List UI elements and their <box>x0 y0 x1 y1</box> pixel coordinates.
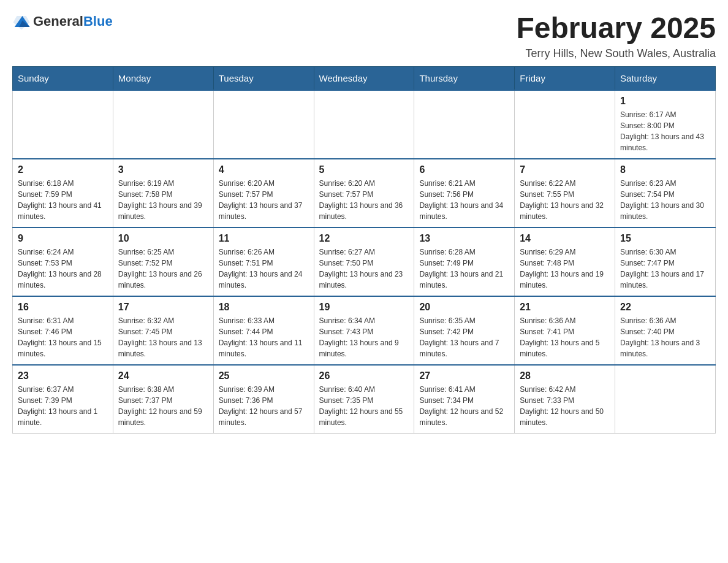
page-header: GeneralBlue February 2025 Terry Hills, N… <box>12 12 716 60</box>
table-row: 20Sunrise: 6:35 AMSunset: 7:42 PMDayligh… <box>414 296 515 365</box>
day-number: 23 <box>18 370 108 381</box>
table-row: 15Sunrise: 6:30 AMSunset: 7:47 PMDayligh… <box>615 228 716 296</box>
calendar-week-3: 9Sunrise: 6:24 AMSunset: 7:53 PMDaylight… <box>13 228 716 296</box>
table-row: 4Sunrise: 6:20 AMSunset: 7:57 PMDaylight… <box>213 159 314 228</box>
day-number: 3 <box>118 164 208 175</box>
calendar-table: Sunday Monday Tuesday Wednesday Thursday… <box>12 66 716 434</box>
col-sunday: Sunday <box>13 66 113 90</box>
day-info: Sunrise: 6:29 AMSunset: 7:48 PMDaylight:… <box>520 247 610 291</box>
day-info: Sunrise: 6:40 AMSunset: 7:35 PMDaylight:… <box>319 384 409 428</box>
table-row: 9Sunrise: 6:24 AMSunset: 7:53 PMDaylight… <box>13 228 113 296</box>
day-info: Sunrise: 6:23 AMSunset: 7:54 PMDaylight:… <box>620 178 710 222</box>
day-info: Sunrise: 6:36 AMSunset: 7:41 PMDaylight:… <box>520 315 610 359</box>
day-info: Sunrise: 6:25 AMSunset: 7:52 PMDaylight:… <box>118 247 208 291</box>
day-info: Sunrise: 6:22 AMSunset: 7:55 PMDaylight:… <box>520 178 610 222</box>
day-number: 21 <box>520 302 610 313</box>
logo: GeneralBlue <box>12 12 113 31</box>
table-row <box>213 90 314 159</box>
day-info: Sunrise: 6:34 AMSunset: 7:43 PMDaylight:… <box>319 315 409 359</box>
table-row: 7Sunrise: 6:22 AMSunset: 7:55 PMDaylight… <box>515 159 615 228</box>
day-number: 14 <box>520 233 610 244</box>
col-wednesday: Wednesday <box>314 66 414 90</box>
day-info: Sunrise: 6:32 AMSunset: 7:45 PMDaylight:… <box>118 315 208 359</box>
location-text: Terry Hills, New South Wales, Australia <box>516 47 716 60</box>
day-info: Sunrise: 6:26 AMSunset: 7:51 PMDaylight:… <box>219 247 309 291</box>
day-info: Sunrise: 6:37 AMSunset: 7:39 PMDaylight:… <box>18 384 108 428</box>
table-row: 25Sunrise: 6:39 AMSunset: 7:36 PMDayligh… <box>213 365 314 434</box>
col-saturday: Saturday <box>615 66 716 90</box>
calendar-week-4: 16Sunrise: 6:31 AMSunset: 7:46 PMDayligh… <box>13 296 716 365</box>
table-row: 11Sunrise: 6:26 AMSunset: 7:51 PMDayligh… <box>213 228 314 296</box>
calendar-week-1: 1Sunrise: 6:17 AMSunset: 8:00 PMDaylight… <box>13 90 716 159</box>
table-row: 22Sunrise: 6:36 AMSunset: 7:40 PMDayligh… <box>615 296 716 365</box>
day-info: Sunrise: 6:39 AMSunset: 7:36 PMDaylight:… <box>219 384 309 428</box>
day-info: Sunrise: 6:28 AMSunset: 7:49 PMDaylight:… <box>419 247 509 291</box>
day-number: 6 <box>419 164 509 175</box>
logo-blue: Blue <box>83 13 113 29</box>
table-row <box>615 365 716 434</box>
table-row: 18Sunrise: 6:33 AMSunset: 7:44 PMDayligh… <box>213 296 314 365</box>
table-row: 8Sunrise: 6:23 AMSunset: 7:54 PMDaylight… <box>615 159 716 228</box>
table-row <box>515 90 615 159</box>
day-number: 13 <box>419 233 509 244</box>
table-row: 3Sunrise: 6:19 AMSunset: 7:58 PMDaylight… <box>113 159 213 228</box>
day-info: Sunrise: 6:19 AMSunset: 7:58 PMDaylight:… <box>118 178 208 222</box>
table-row: 5Sunrise: 6:20 AMSunset: 7:57 PMDaylight… <box>314 159 414 228</box>
logo-combined: GeneralBlue <box>12 12 113 31</box>
day-info: Sunrise: 6:31 AMSunset: 7:46 PMDaylight:… <box>18 315 108 359</box>
day-info: Sunrise: 6:18 AMSunset: 7:59 PMDaylight:… <box>18 178 108 222</box>
calendar-week-2: 2Sunrise: 6:18 AMSunset: 7:59 PMDaylight… <box>13 159 716 228</box>
day-info: Sunrise: 6:20 AMSunset: 7:57 PMDaylight:… <box>219 178 309 222</box>
table-row <box>13 90 113 159</box>
table-row: 13Sunrise: 6:28 AMSunset: 7:49 PMDayligh… <box>414 228 515 296</box>
day-info: Sunrise: 6:21 AMSunset: 7:56 PMDaylight:… <box>419 178 509 222</box>
day-number: 12 <box>319 233 409 244</box>
table-row: 12Sunrise: 6:27 AMSunset: 7:50 PMDayligh… <box>314 228 414 296</box>
table-row: 21Sunrise: 6:36 AMSunset: 7:41 PMDayligh… <box>515 296 615 365</box>
day-info: Sunrise: 6:42 AMSunset: 7:33 PMDaylight:… <box>520 384 610 428</box>
day-number: 24 <box>118 370 208 381</box>
day-number: 5 <box>319 164 409 175</box>
day-info: Sunrise: 6:27 AMSunset: 7:50 PMDaylight:… <box>319 247 409 291</box>
table-row: 6Sunrise: 6:21 AMSunset: 7:56 PMDaylight… <box>414 159 515 228</box>
table-row: 24Sunrise: 6:38 AMSunset: 7:37 PMDayligh… <box>113 365 213 434</box>
table-row: 16Sunrise: 6:31 AMSunset: 7:46 PMDayligh… <box>13 296 113 365</box>
table-row: 14Sunrise: 6:29 AMSunset: 7:48 PMDayligh… <box>515 228 615 296</box>
table-row: 17Sunrise: 6:32 AMSunset: 7:45 PMDayligh… <box>113 296 213 365</box>
day-info: Sunrise: 6:30 AMSunset: 7:47 PMDaylight:… <box>620 247 710 291</box>
day-info: Sunrise: 6:24 AMSunset: 7:53 PMDaylight:… <box>18 247 108 291</box>
day-number: 9 <box>18 233 108 244</box>
col-tuesday: Tuesday <box>213 66 314 90</box>
day-number: 26 <box>319 370 409 381</box>
day-number: 11 <box>219 233 309 244</box>
day-number: 4 <box>219 164 309 175</box>
day-number: 27 <box>419 370 509 381</box>
day-info: Sunrise: 6:36 AMSunset: 7:40 PMDaylight:… <box>620 315 710 359</box>
day-number: 10 <box>118 233 208 244</box>
day-number: 18 <box>219 302 309 313</box>
col-monday: Monday <box>113 66 213 90</box>
day-info: Sunrise: 6:20 AMSunset: 7:57 PMDaylight:… <box>319 178 409 222</box>
title-section: February 2025 Terry Hills, New South Wal… <box>516 12 716 60</box>
logo-text: GeneralBlue <box>33 13 113 29</box>
table-row <box>314 90 414 159</box>
day-number: 7 <box>520 164 610 175</box>
day-number: 22 <box>620 302 710 313</box>
col-friday: Friday <box>515 66 615 90</box>
day-info: Sunrise: 6:33 AMSunset: 7:44 PMDaylight:… <box>219 315 309 359</box>
day-number: 17 <box>118 302 208 313</box>
calendar-week-5: 23Sunrise: 6:37 AMSunset: 7:39 PMDayligh… <box>13 365 716 434</box>
day-info: Sunrise: 6:41 AMSunset: 7:34 PMDaylight:… <box>419 384 509 428</box>
day-number: 1 <box>620 96 710 107</box>
day-number: 19 <box>319 302 409 313</box>
table-row <box>414 90 515 159</box>
table-row: 26Sunrise: 6:40 AMSunset: 7:35 PMDayligh… <box>314 365 414 434</box>
table-row: 28Sunrise: 6:42 AMSunset: 7:33 PMDayligh… <box>515 365 615 434</box>
table-row: 2Sunrise: 6:18 AMSunset: 7:59 PMDaylight… <box>13 159 113 228</box>
day-number: 2 <box>18 164 108 175</box>
table-row: 19Sunrise: 6:34 AMSunset: 7:43 PMDayligh… <box>314 296 414 365</box>
day-number: 16 <box>18 302 108 313</box>
day-number: 28 <box>520 370 610 381</box>
calendar-header-row: Sunday Monday Tuesday Wednesday Thursday… <box>13 66 716 90</box>
logo-general: General <box>33 13 83 29</box>
